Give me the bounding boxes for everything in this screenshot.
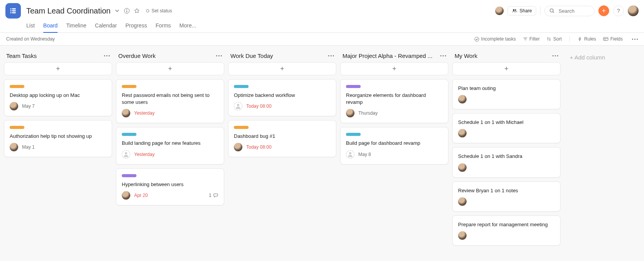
card[interactable]: Reorganize elements for dashboard revamp…: [340, 79, 448, 123]
column-more-button[interactable]: [440, 55, 446, 56]
member-avatar[interactable]: [495, 7, 504, 15]
svg-point-10: [515, 9, 516, 10]
share-button[interactable]: Share: [508, 6, 536, 15]
sort-button[interactable]: Sort: [547, 36, 562, 42]
list-icon: [9, 7, 17, 15]
card[interactable]: Prepare report for management meeting: [452, 215, 561, 246]
svg-point-2: [10, 10, 11, 11]
add-column-button[interactable]: + Add column: [564, 50, 610, 64]
column-more-button[interactable]: [328, 55, 334, 56]
share-label: Share: [520, 8, 532, 14]
column-title[interactable]: Work Due Today: [230, 53, 328, 59]
user-avatar[interactable]: [628, 5, 639, 16]
info-icon[interactable]: [124, 8, 130, 14]
filter-icon: [523, 37, 528, 41]
card[interactable]: Authorization help tip not showing upMay…: [4, 120, 112, 157]
assignee-avatar[interactable]: [346, 109, 354, 117]
project-icon[interactable]: [5, 3, 21, 19]
search-box[interactable]: [544, 6, 595, 16]
card-footer: May 7: [10, 102, 106, 110]
card[interactable]: Build landing page for new featuresYeste…: [116, 127, 224, 164]
project-title[interactable]: Team Lead Coordination: [26, 7, 111, 15]
card-title: Prepare report for management meeting: [458, 221, 555, 228]
svg-rect-3: [12, 10, 16, 12]
unassigned-icon[interactable]: [122, 150, 130, 159]
column-header: Major Project Alpha - Revamped ...: [340, 50, 448, 62]
column: My Work+Plan team outingSchedule 1 on 1 …: [452, 50, 561, 249]
assignee-avatar[interactable]: [458, 197, 467, 206]
card[interactable]: Rest password emails not being sent to s…: [116, 79, 224, 123]
assignee-avatar[interactable]: [458, 231, 467, 240]
star-icon[interactable]: [134, 8, 140, 14]
card-footer: [458, 163, 555, 172]
tab-list[interactable]: List: [26, 20, 35, 32]
tag-pill: [346, 85, 361, 88]
tag-pill: [122, 133, 136, 136]
column-title[interactable]: My Work: [455, 53, 552, 59]
assignee-avatar[interactable]: [458, 163, 467, 172]
due-date: May 7: [22, 103, 35, 109]
column-header: My Work: [452, 50, 561, 62]
rules-button[interactable]: Rules: [578, 36, 596, 42]
help-button[interactable]: ?: [613, 5, 624, 16]
card[interactable]: Plan team outing: [452, 79, 561, 109]
tab-more-[interactable]: More...: [179, 20, 196, 32]
search-icon: [549, 8, 555, 14]
assignee-avatar[interactable]: [122, 109, 130, 117]
add-card-button[interactable]: +: [4, 62, 112, 75]
card[interactable]: Review Bryan 1 on 1 notes: [452, 181, 561, 212]
more-options-button[interactable]: [632, 39, 638, 40]
search-input[interactable]: [558, 8, 589, 14]
assignee-avatar[interactable]: [122, 191, 130, 200]
tab-board[interactable]: Board: [43, 20, 58, 32]
column-title[interactable]: Major Project Alpha - Revamped ...: [342, 53, 440, 59]
tab-timeline[interactable]: Timeline: [66, 20, 86, 32]
card-title: Desktop app locking up on Mac: [10, 92, 106, 99]
divider: [540, 7, 540, 15]
assignee-avatar[interactable]: [458, 129, 467, 137]
due-date: Today 08:00: [246, 144, 271, 150]
toolbar: Created on Wednesday Incomplete tasks Fi…: [0, 33, 644, 46]
svg-point-9: [513, 9, 515, 11]
card[interactable]: Build page for dashboard revampMay 8: [340, 127, 448, 164]
column-more-button[interactable]: [216, 55, 222, 56]
column: Overdue Work+Rest password emails not be…: [116, 50, 224, 209]
card[interactable]: Dashboard bug #1Today 08:00: [228, 120, 336, 157]
column-more-button[interactable]: [104, 55, 110, 56]
card-title: Rest password emails not being sent to s…: [122, 92, 218, 106]
unassigned-icon[interactable]: [346, 150, 354, 159]
comment-count[interactable]: 1: [209, 193, 218, 198]
column-title[interactable]: Overdue Work: [118, 53, 216, 59]
card[interactable]: Hyperlinking between usersApr 201: [116, 168, 224, 205]
column-more-button[interactable]: [552, 55, 558, 56]
tab-forms[interactable]: Forms: [155, 20, 171, 32]
add-card-button[interactable]: +: [452, 62, 561, 75]
filter-button[interactable]: Filter: [523, 36, 540, 42]
assignee-avatar[interactable]: [234, 143, 242, 151]
card[interactable]: Schedule 1 on 1 with Michael: [452, 113, 561, 143]
tag-pill: [234, 85, 249, 88]
add-card-button[interactable]: +: [340, 62, 448, 75]
card[interactable]: Optimize backend workflowToday 08:00: [228, 79, 336, 116]
card-title: Authorization help tip not showing up: [10, 133, 106, 140]
svg-point-11: [550, 9, 553, 12]
assignee-avatar[interactable]: [10, 143, 18, 151]
unassigned-icon[interactable]: [234, 102, 242, 110]
assignee-avatar[interactable]: [458, 95, 467, 103]
chevron-down-icon[interactable]: [114, 8, 120, 14]
card[interactable]: Schedule 1 on 1 with Sandra: [452, 147, 561, 177]
column-title[interactable]: Team Tasks: [6, 53, 104, 59]
add-card-button[interactable]: +: [228, 62, 336, 75]
svg-line-12: [553, 12, 554, 13]
tab-calendar[interactable]: Calendar: [95, 20, 117, 32]
set-status-button[interactable]: Set status: [144, 7, 174, 14]
add-button[interactable]: +: [598, 5, 609, 16]
fields-button[interactable]: Fields: [603, 36, 623, 42]
assignee-avatar[interactable]: [10, 102, 18, 110]
header: Team Lead Coordination Set status Share: [0, 0, 644, 33]
column-header: Work Due Today: [228, 50, 336, 62]
card[interactable]: Desktop app locking up on MacMay 7: [4, 79, 112, 116]
add-card-button[interactable]: +: [116, 62, 224, 75]
tab-progress[interactable]: Progress: [125, 20, 147, 32]
incomplete-tasks-filter[interactable]: Incomplete tasks: [474, 36, 516, 42]
